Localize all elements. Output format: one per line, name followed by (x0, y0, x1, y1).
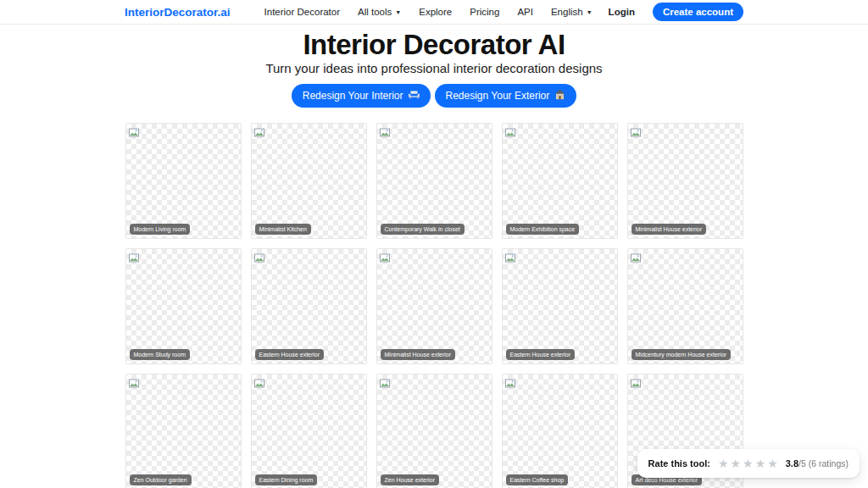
rating-widget: Rate this tool: ★ ★ ★ ★ ★ 3.8/5 (6 ratin… (637, 449, 860, 478)
gallery-card[interactable]: Eastern House exterior (251, 248, 367, 364)
broken-image-icon (505, 126, 515, 136)
star-icon[interactable]: ★ (731, 458, 742, 469)
nav-item-api[interactable]: API (517, 7, 533, 17)
gallery-card[interactable]: Eastern Dining room (251, 374, 367, 488)
gallery-card[interactable]: Eastern Coffee shop (502, 374, 618, 488)
broken-image-icon (129, 252, 139, 262)
gallery-card-label: Eastern Dining room (255, 474, 318, 485)
redesign-exterior-button[interactable]: Redesign Your Exterior (435, 84, 577, 108)
star-icon[interactable]: ★ (767, 458, 778, 469)
rating-label: Rate this tool: (648, 458, 710, 469)
nav-item-interior-decorator[interactable]: Interior Decorator (264, 7, 340, 17)
gallery-card[interactable]: Minimalist House exterior (627, 123, 743, 239)
broken-image-icon (129, 126, 139, 136)
gallery-card[interactable]: Modern Living room (125, 123, 242, 239)
header: InteriorDecorator.ai Interior Decorator … (0, 0, 868, 25)
nav-item-language[interactable]: English▼ (551, 7, 593, 17)
gallery-card-label: Eastern House exterior (506, 349, 576, 360)
broken-image-icon (380, 377, 390, 387)
gallery-card-label: Modern Study room (130, 349, 190, 360)
page-title: Interior Decorator AI (0, 29, 868, 60)
gallery-card-label: Contemporary Walk in closet (381, 224, 465, 235)
gallery-card-label: Modern Exhibition space (506, 224, 580, 235)
nav-item-explore[interactable]: Explore (419, 7, 452, 17)
gallery-card[interactable]: Midcentury modern House exterior (627, 248, 743, 364)
gallery-card[interactable]: Minimalist House exterior (376, 248, 492, 364)
gallery-card-label: Zen House exterior (381, 474, 440, 485)
gallery-card-label: Minimalist Kitchen (255, 224, 311, 235)
broken-image-icon (631, 377, 641, 387)
house-icon (554, 89, 565, 103)
create-account-button[interactable]: Create account (653, 3, 743, 21)
rating-score: 3.8/5 (6 ratings) (786, 458, 849, 469)
gallery-card[interactable]: Minimalist Kitchen (251, 123, 367, 239)
star-icon[interactable]: ★ (718, 458, 729, 469)
gallery-grid: Modern Living room Minimalist Kitchen Co… (125, 123, 743, 488)
broken-image-icon (631, 126, 641, 136)
broken-image-icon (129, 377, 139, 387)
nav-item-pricing[interactable]: Pricing (470, 7, 499, 17)
nav-item-all-tools[interactable]: All tools▼ (358, 7, 401, 17)
broken-image-icon (505, 252, 515, 262)
gallery-card-label: Modern Living room (130, 224, 191, 235)
login-link[interactable]: Login (609, 7, 635, 17)
gallery-card-label: Zen Outdoor garden (130, 474, 192, 485)
chevron-down-icon: ▼ (587, 9, 593, 15)
star-icon[interactable]: ★ (755, 458, 766, 469)
gallery-card-label: Minimalist House exterior (381, 349, 456, 360)
page-subtitle: Turn your ideas into professional interi… (0, 60, 868, 77)
broken-image-icon (380, 252, 390, 262)
gallery-card-label: Eastern Coffee shop (506, 474, 569, 485)
gallery-card[interactable]: Eastern House exterior (502, 248, 618, 364)
gallery-card[interactable]: Modern Exhibition space (502, 123, 618, 239)
gallery-card-label: Eastern House exterior (255, 349, 325, 360)
gallery-card[interactable]: Contemporary Walk in closet (376, 123, 492, 239)
logo[interactable]: InteriorDecorator.ai (125, 6, 231, 19)
gallery-card[interactable]: Zen Outdoor garden (125, 374, 242, 488)
main-nav: Interior Decorator All tools▼ Explore Pr… (264, 3, 743, 21)
chevron-down-icon: ▼ (395, 9, 401, 15)
hero: Interior Decorator AI Turn your ideas in… (0, 29, 868, 108)
redesign-interior-button[interactable]: Redesign Your Interior (292, 84, 431, 108)
star-rating: ★ ★ ★ ★ ★ (718, 458, 778, 469)
gallery-card[interactable]: Modern Study room (125, 248, 242, 364)
broken-image-icon (254, 126, 264, 136)
broken-image-icon (631, 252, 641, 262)
star-icon[interactable]: ★ (743, 458, 754, 469)
gallery-card-label: Midcentury modern House exterior (632, 349, 731, 360)
broken-image-icon (254, 252, 264, 262)
broken-image-icon (505, 377, 515, 387)
broken-image-icon (254, 377, 264, 387)
gallery-card[interactable]: Zen House exterior (376, 374, 492, 488)
gallery-card-label: Minimalist House exterior (632, 224, 707, 235)
couch-icon (409, 89, 420, 103)
broken-image-icon (380, 126, 390, 136)
